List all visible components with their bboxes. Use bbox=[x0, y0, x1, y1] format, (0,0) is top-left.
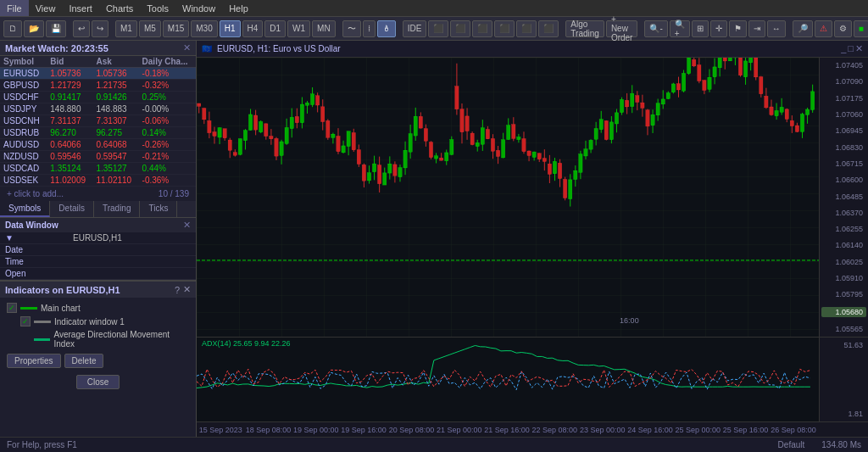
tb-placeholder4[interactable]: ⬛ bbox=[494, 20, 515, 37]
ind-delete-btn[interactable]: Delete bbox=[64, 354, 104, 368]
svg-rect-234 bbox=[795, 126, 798, 131]
tab-details[interactable]: Details bbox=[50, 201, 94, 217]
ind-checkbox-w1[interactable]: ✓ bbox=[20, 316, 31, 326]
svg-rect-202 bbox=[713, 67, 716, 77]
ind-window1[interactable]: ✓ Indicator window 1 bbox=[3, 315, 192, 328]
tb-search[interactable]: 🔎 bbox=[793, 20, 813, 37]
tab-ticks[interactable]: Ticks bbox=[140, 201, 177, 217]
tb-period-sep[interactable]: ⚑ bbox=[729, 20, 747, 37]
mw-row-usdsek[interactable]: USDSEK 11.02009 11.02110 -0.36% bbox=[0, 175, 196, 187]
tf-h4[interactable]: H4 bbox=[242, 20, 264, 37]
svg-rect-2 bbox=[198, 103, 201, 106]
ind-adx[interactable]: Average Directional Movement Index bbox=[3, 328, 192, 350]
tb-placeholder5[interactable]: ⬛ bbox=[516, 20, 537, 37]
toolbar-save[interactable]: 💾 bbox=[46, 20, 66, 37]
tab-symbols[interactable]: Symbols bbox=[0, 201, 50, 217]
toolbar-new[interactable]: 🗋 bbox=[3, 20, 22, 37]
tb-undo[interactable]: ↩ bbox=[73, 20, 90, 37]
tf-m30[interactable]: M30 bbox=[191, 20, 217, 37]
tb-linechart[interactable]: 〜 bbox=[342, 20, 361, 37]
mw-row-usdchf[interactable]: USDCHF 0.91417 0.91426 0.25% bbox=[0, 92, 196, 103]
tf-d1[interactable]: D1 bbox=[264, 20, 286, 37]
svg-rect-56 bbox=[337, 136, 340, 151]
tb-placeholder2[interactable]: ⬛ bbox=[450, 20, 470, 37]
mw-change-1: -0.32% bbox=[139, 80, 196, 92]
menu-window[interactable]: Window bbox=[175, 0, 222, 16]
mw-row-usdrub[interactable]: USDRUB 96.270 96.275 0.14% bbox=[0, 127, 196, 139]
ind-properties-btn[interactable]: Properties bbox=[7, 354, 61, 368]
ind-main-chart[interactable]: ✓ Main chart bbox=[3, 301, 192, 315]
mw-row-nzdusd[interactable]: NZDUSD 0.59546 0.59547 -0.21% bbox=[0, 151, 196, 163]
tabs-bar: Symbols Details Trading Ticks bbox=[0, 201, 196, 218]
menu-tools[interactable]: Tools bbox=[140, 0, 175, 16]
tb-alert[interactable]: ⚠ bbox=[815, 20, 832, 37]
tb-placeholder6[interactable]: ⬛ bbox=[538, 20, 559, 37]
symbol-count: 10 / 139 bbox=[155, 187, 192, 200]
tb-placeholder1[interactable]: ⬛ bbox=[428, 20, 448, 37]
add-symbol[interactable]: + click to add... bbox=[3, 187, 67, 200]
toolbar: 🗋 📂 💾 ↩ ↪ M1 M5 M15 M30 H1 H4 D1 W1 MN 〜… bbox=[0, 17, 868, 41]
dw-time-label: Time bbox=[5, 257, 73, 266]
tf-m5[interactable]: M5 bbox=[139, 20, 161, 37]
svg-rect-184 bbox=[666, 93, 670, 99]
tb-grid[interactable]: ⊞ bbox=[692, 20, 709, 37]
tb-barchart[interactable]: ⁞ bbox=[363, 20, 376, 37]
svg-rect-182 bbox=[661, 99, 665, 104]
mw-ask-4: 7.31307 bbox=[92, 115, 138, 127]
mw-change-0: -0.18% bbox=[139, 68, 196, 80]
tf-m1[interactable]: M1 bbox=[115, 20, 137, 37]
price-label-106255: 1.06255 bbox=[821, 225, 866, 233]
mw-symbol-9: USDSEK bbox=[0, 175, 47, 187]
indicators-close-x[interactable]: ✕ bbox=[183, 284, 191, 295]
menu-view[interactable]: View bbox=[29, 0, 63, 16]
tb-new-order[interactable]: + New Order bbox=[606, 20, 638, 37]
toolbar-open[interactable]: 📂 bbox=[24, 20, 44, 37]
indicators-help[interactable]: ? bbox=[175, 285, 180, 295]
chart-maximize[interactable]: □ bbox=[848, 43, 854, 54]
chart-close-chart[interactable]: ✕ bbox=[855, 43, 863, 54]
tab-trading[interactable]: Trading bbox=[94, 201, 141, 217]
tb-algo-trading[interactable]: Algo Trading bbox=[565, 20, 604, 37]
menu-help[interactable]: Help bbox=[222, 0, 255, 16]
tb-crosshair[interactable]: ✛ bbox=[710, 20, 727, 37]
main-chart-container[interactable]: 16:00 1.074051.070901.071751.070601.0694… bbox=[197, 58, 868, 337]
market-watch-body: EURUSD 1.05736 1.05736 -0.18% GBPUSD 1.2… bbox=[0, 68, 196, 187]
menu-file[interactable]: File bbox=[0, 0, 29, 16]
mw-row-usdcad[interactable]: USDCAD 1.35124 1.35127 0.44% bbox=[0, 163, 196, 175]
svg-rect-118 bbox=[496, 150, 499, 156]
chart-area: 🇪🇺 EURUSD, H1: Euro vs US Dollar _ □ ✕ bbox=[197, 41, 868, 437]
tf-m15[interactable]: M15 bbox=[163, 20, 189, 37]
tb-chart-shift[interactable]: ⇥ bbox=[748, 20, 765, 37]
tb-settings[interactable]: ⚙ bbox=[834, 20, 852, 37]
tf-w1[interactable]: W1 bbox=[287, 20, 310, 37]
mw-row-usdcnh[interactable]: USDCNH 7.31137 7.31307 -0.06% bbox=[0, 115, 196, 127]
price-label-106025: 1.06025 bbox=[821, 258, 866, 266]
mw-row-gbpusd[interactable]: GBPUSD 1.21729 1.21735 -0.32% bbox=[0, 80, 196, 92]
svg-rect-114 bbox=[486, 130, 489, 139]
tb-green-indicator[interactable]: ■ bbox=[854, 20, 868, 37]
market-watch-close[interactable]: ✕ bbox=[183, 42, 191, 53]
tb-zoom-in[interactable]: 🔍+ bbox=[670, 20, 690, 37]
tf-mn[interactable]: MN bbox=[312, 20, 336, 37]
mw-ask-1: 1.21735 bbox=[92, 80, 138, 92]
ind-close-btn[interactable]: Close bbox=[76, 375, 120, 389]
adx-chart-container[interactable]: ADX(14) 25.65 9.94 22.26 51.63 1.81 bbox=[197, 337, 868, 421]
mw-row-usdjpy[interactable]: USDJPY 148.880 148.883 -0.00% bbox=[0, 103, 196, 115]
svg-rect-66 bbox=[362, 165, 365, 181]
tb-ide[interactable]: IDE bbox=[403, 20, 427, 37]
ind-checkbox-main[interactable]: ✓ bbox=[7, 303, 17, 313]
menu-charts[interactable]: Charts bbox=[99, 0, 140, 16]
mw-row-audusd[interactable]: AUDUSD 0.64066 0.64068 -0.26% bbox=[0, 139, 196, 151]
chart-minimize[interactable]: _ bbox=[841, 43, 846, 54]
data-window-close[interactable]: ✕ bbox=[183, 220, 191, 231]
tb-placeholder3[interactable]: ⬛ bbox=[472, 20, 492, 37]
mw-row-eurusd[interactable]: EURUSD 1.05736 1.05736 -0.18% bbox=[0, 68, 196, 80]
tb-redo[interactable]: ↪ bbox=[92, 20, 108, 37]
svg-rect-50 bbox=[321, 107, 325, 122]
menu-insert[interactable]: Insert bbox=[62, 0, 99, 16]
tb-zoom-out[interactable]: 🔍- bbox=[644, 20, 667, 37]
tf-h1[interactable]: H1 bbox=[220, 20, 241, 37]
svg-rect-28 bbox=[264, 124, 268, 137]
tb-candlestick[interactable]: 🕯 bbox=[377, 20, 396, 37]
tb-autoscroll[interactable]: ↔ bbox=[767, 20, 786, 37]
